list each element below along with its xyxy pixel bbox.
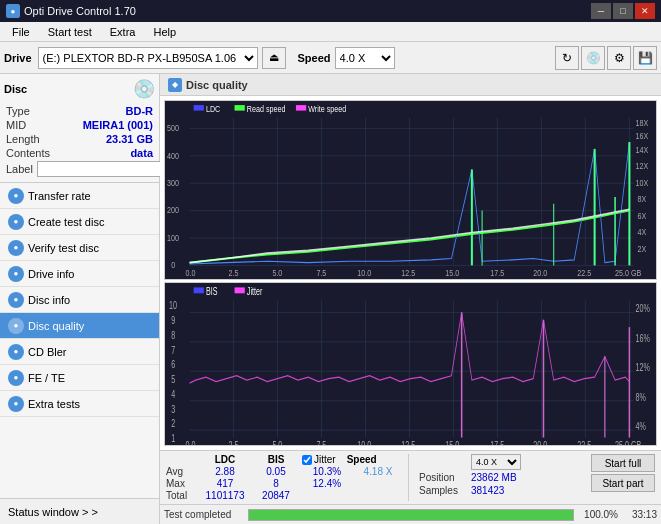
svg-text:22.5: 22.5 bbox=[577, 440, 591, 445]
disc-label-input[interactable] bbox=[37, 161, 166, 177]
sidebar-item-fe-te[interactable]: ●FE / TE bbox=[0, 365, 159, 391]
sidebar-item-cd-bler[interactable]: ●CD Bler bbox=[0, 339, 159, 365]
svg-text:17.5: 17.5 bbox=[490, 267, 504, 278]
position-label: Position bbox=[419, 472, 467, 483]
sidebar-item-disc-quality[interactable]: ●Disc quality bbox=[0, 313, 159, 339]
jitter-checkbox[interactable] bbox=[302, 455, 312, 465]
disc-info-label: Disc info bbox=[28, 294, 70, 306]
disc-length-row: Length 23.31 GB bbox=[4, 132, 155, 146]
avg-jitter: 10.3% bbox=[302, 466, 352, 477]
disc-mid-row: MID MEIRA1 (001) bbox=[4, 118, 155, 132]
menu-start-test[interactable]: Start test bbox=[40, 24, 100, 40]
sidebar-item-drive-info[interactable]: ●Drive info bbox=[0, 261, 159, 287]
status-window-button[interactable]: Status window > > bbox=[0, 498, 159, 524]
total-bis: 20847 bbox=[256, 490, 296, 501]
svg-text:16%: 16% bbox=[636, 333, 650, 345]
start-part-button[interactable]: Start part bbox=[591, 474, 655, 492]
svg-text:7: 7 bbox=[171, 344, 175, 356]
speed-value: 4.18 X bbox=[358, 466, 398, 477]
svg-text:4%: 4% bbox=[636, 421, 646, 433]
sidebar-item-extra-tests[interactable]: ●Extra tests bbox=[0, 391, 159, 417]
sidebar-item-create-test-disc[interactable]: ●Create test disc bbox=[0, 209, 159, 235]
close-button[interactable]: ✕ bbox=[635, 3, 655, 19]
svg-text:17.5: 17.5 bbox=[490, 440, 504, 445]
sidebar-item-disc-info[interactable]: ●Disc info bbox=[0, 287, 159, 313]
action-buttons: Start full Start part bbox=[591, 454, 655, 492]
menu-extra[interactable]: Extra bbox=[102, 24, 144, 40]
svg-text:10.0: 10.0 bbox=[357, 267, 371, 278]
charts-area: LDC Read speed Write speed 500 400 300 2… bbox=[160, 96, 661, 450]
svg-text:8X: 8X bbox=[638, 193, 647, 204]
svg-text:7.5: 7.5 bbox=[316, 440, 326, 445]
sidebar-item-transfer-rate[interactable]: ●Transfer rate bbox=[0, 183, 159, 209]
position-value: 23862 MB bbox=[471, 472, 517, 483]
disc-quality-icon: ● bbox=[8, 318, 24, 334]
sidebar-item-verify-test-disc[interactable]: ●Verify test disc bbox=[0, 235, 159, 261]
svg-text:25.0 GB: 25.0 GB bbox=[615, 440, 641, 445]
toolbar: Drive (E:) PLEXTOR BD-R PX-LB950SA 1.06 … bbox=[0, 42, 661, 74]
progress-text: 100.0% bbox=[578, 509, 618, 520]
svg-text:500: 500 bbox=[167, 122, 179, 133]
jitter-label: Jitter bbox=[314, 454, 336, 465]
disc-type-label: Type bbox=[6, 105, 30, 117]
svg-rect-0 bbox=[165, 101, 656, 279]
svg-text:200: 200 bbox=[167, 204, 179, 215]
svg-text:6: 6 bbox=[171, 359, 175, 371]
minimize-button[interactable]: ─ bbox=[591, 3, 611, 19]
stats-empty bbox=[166, 454, 194, 465]
disc-button[interactable]: 💿 bbox=[581, 46, 605, 70]
svg-text:3: 3 bbox=[171, 403, 175, 415]
svg-text:300: 300 bbox=[167, 177, 179, 188]
speed-dropdown[interactable]: 4.0 X bbox=[471, 454, 521, 470]
svg-text:14X: 14X bbox=[636, 144, 649, 155]
svg-text:0: 0 bbox=[171, 259, 175, 270]
create-test-disc-label: Create test disc bbox=[28, 216, 104, 228]
samples-value: 381423 bbox=[471, 485, 504, 496]
avg-ldc: 2.88 bbox=[200, 466, 250, 477]
titlebar: ● Opti Drive Control 1.70 ─ □ ✕ bbox=[0, 0, 661, 22]
svg-text:100: 100 bbox=[167, 232, 179, 243]
svg-text:LDC: LDC bbox=[206, 103, 220, 114]
svg-text:5: 5 bbox=[171, 374, 175, 386]
disc-type-row: Type BD-R bbox=[4, 104, 155, 118]
disc-quality-label: Disc quality bbox=[28, 320, 84, 332]
drive-select[interactable]: (E:) PLEXTOR BD-R PX-LB950SA 1.06 bbox=[38, 47, 258, 69]
total-label: Total bbox=[166, 490, 194, 501]
svg-text:12.5: 12.5 bbox=[401, 267, 415, 278]
extra-tests-label: Extra tests bbox=[28, 398, 80, 410]
bottom-chart: BIS Jitter 10 9 8 7 6 5 4 3 2 1 20% bbox=[164, 282, 657, 446]
svg-rect-1 bbox=[194, 105, 204, 110]
bottom-bar: Test completed 100.0% 33:13 bbox=[160, 504, 661, 524]
position-info: 4.0 X Position 23862 MB Samples 381423 bbox=[419, 454, 521, 496]
stats-header-row: LDC BIS Jitter Speed bbox=[166, 454, 398, 465]
save-button[interactable]: 💾 bbox=[633, 46, 657, 70]
disc-mid-value: MEIRA1 (001) bbox=[83, 119, 153, 131]
verify-test-disc-label: Verify test disc bbox=[28, 242, 99, 254]
svg-text:1: 1 bbox=[171, 433, 175, 445]
menu-help[interactable]: Help bbox=[145, 24, 184, 40]
max-jitter: 12.4% bbox=[302, 478, 352, 489]
disc-type-value: BD-R bbox=[126, 105, 154, 117]
eject-button[interactable]: ⏏ bbox=[262, 47, 286, 69]
maximize-button[interactable]: □ bbox=[613, 3, 633, 19]
stats-ldc-header: LDC bbox=[200, 454, 250, 465]
svg-text:2.5: 2.5 bbox=[228, 440, 238, 445]
svg-text:20.0: 20.0 bbox=[533, 267, 547, 278]
refresh-button[interactable]: ↻ bbox=[555, 46, 579, 70]
svg-text:8%: 8% bbox=[636, 392, 646, 404]
svg-text:0.0: 0.0 bbox=[185, 267, 195, 278]
svg-text:12.5: 12.5 bbox=[401, 440, 415, 445]
svg-text:16X: 16X bbox=[636, 130, 649, 141]
svg-text:2.5: 2.5 bbox=[228, 267, 238, 278]
svg-text:Jitter: Jitter bbox=[247, 286, 263, 298]
disc-label-row: Label ✎ bbox=[4, 160, 155, 178]
speed-label: Speed bbox=[298, 52, 331, 64]
menu-file[interactable]: File bbox=[4, 24, 38, 40]
create-test-disc-icon: ● bbox=[8, 214, 24, 230]
status-window-label: Status window > > bbox=[8, 506, 98, 518]
drive-info-label: Drive info bbox=[28, 268, 74, 280]
speed-select[interactable]: 4.0 X bbox=[335, 47, 395, 69]
settings-button[interactable]: ⚙ bbox=[607, 46, 631, 70]
max-label: Max bbox=[166, 478, 194, 489]
start-full-button[interactable]: Start full bbox=[591, 454, 655, 472]
